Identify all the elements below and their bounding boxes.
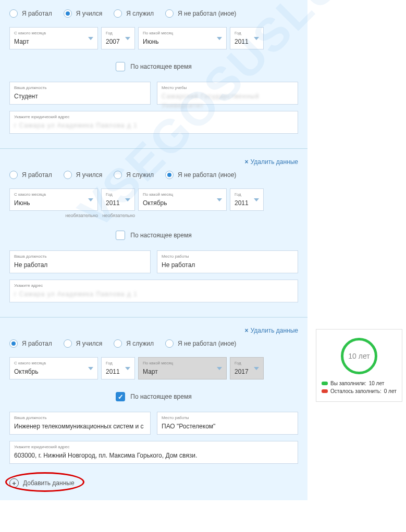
present-label: По настоящее время — [130, 232, 191, 239]
legend-value: 0 лет — [384, 388, 397, 394]
radio-label: Я не работал (иное) — [178, 10, 236, 17]
from-month-select[interactable]: С какого месяцаИюнь — [9, 188, 98, 211]
field-value: 2007 — [106, 38, 120, 45]
radio-served[interactable]: Я служил — [114, 171, 154, 179]
to-month-select-disabled: По какой месяцМарт — [138, 357, 227, 379]
radio-studied[interactable]: Я учился — [64, 339, 102, 348]
address-input[interactable]: Укажите адресг Самара ул Академика Павло… — [9, 280, 298, 302]
field-value: Март — [14, 38, 29, 45]
from-year-select[interactable]: Год2011 — [101, 357, 135, 379]
chevron-down-icon — [88, 367, 93, 370]
field-value: 603000, г. Нижний Новгород, пл. Максима … — [14, 452, 197, 459]
progress-sidebar: 10 лет Вы заполнили:10 лет Осталось запо… — [316, 329, 402, 402]
chevron-down-icon — [125, 198, 130, 201]
present-checkbox[interactable] — [116, 392, 125, 401]
present-checkbox[interactable] — [116, 231, 125, 240]
delete-button[interactable]: ×Удалить данные — [9, 158, 298, 166]
radio-studied[interactable]: Я учился — [64, 9, 102, 18]
position-input[interactable]: Ваша должностьНе работал — [9, 250, 151, 273]
add-data-button[interactable]: + Добавить данные — [9, 469, 298, 491]
study-place-input[interactable]: Место учебыСамарский Государственный Уни… — [157, 82, 298, 105]
radio-served[interactable]: Я служил — [114, 339, 154, 348]
field-label: Укажите юридический адрес — [14, 445, 293, 449]
from-year-select[interactable]: Год2007 — [101, 27, 135, 49]
helper-row: необязательно необязательно — [9, 213, 298, 218]
activity-radio-group: Я работал Я учился Я служил Я не работал… — [9, 339, 298, 348]
radio-icon — [64, 171, 72, 179]
legal-address-input[interactable]: Укажите юридический адрес603000, г. Нижн… — [9, 441, 298, 464]
chevron-down-icon — [125, 367, 130, 370]
position-input[interactable]: Ваша должностьИнженер телекоммуникационн… — [9, 412, 151, 435]
field-label: Ваша должность — [14, 415, 146, 420]
to-month-select[interactable]: По какой месяцИюнь — [138, 27, 227, 49]
legend-remaining: Осталось заполнить:0 лет — [322, 388, 397, 394]
chevron-down-icon — [217, 37, 222, 40]
activity-radio-group: Я работал Я учился Я служил Я не работал… — [9, 171, 298, 179]
field-value: Октябрь — [143, 199, 167, 207]
field-value: 2011 — [106, 199, 120, 207]
from-month-select[interactable]: С какого месяцаОктябрь — [9, 357, 98, 379]
to-month-select[interactable]: По какой месяцОктябрь — [138, 188, 227, 211]
radio-icon — [165, 339, 174, 348]
chevron-down-icon — [88, 37, 93, 40]
radio-label: Я служил — [126, 171, 154, 179]
present-label: По настоящее время — [130, 393, 191, 400]
radio-icon — [165, 9, 174, 18]
field-label: Место работы — [162, 254, 293, 259]
radio-icon — [114, 9, 122, 18]
field-label: Год — [235, 31, 259, 35]
radio-worked[interactable]: Я работал — [9, 9, 52, 18]
delete-button[interactable]: ×Удалить данные — [9, 327, 298, 334]
field-value: Июнь — [14, 199, 30, 207]
field-value: Не работал — [14, 261, 47, 269]
date-row: С какого месяцаИюнь Год2011 По какой мес… — [9, 188, 298, 211]
position-input[interactable]: Ваша должностьСтудент — [9, 82, 151, 105]
radio-worked[interactable]: Я работал — [9, 171, 52, 179]
work-place-input[interactable]: Место работыНе работал — [157, 250, 298, 273]
radio-studied[interactable]: Я учился — [64, 171, 102, 179]
field-label: По какой месяц — [143, 192, 222, 197]
chevron-down-icon — [125, 37, 130, 40]
field-value: Студент — [14, 93, 38, 100]
radio-label: Я работал — [22, 10, 52, 17]
radio-none[interactable]: Я не работал (иное) — [165, 339, 236, 348]
radio-icon — [9, 9, 18, 18]
field-value: Инженер телекоммуникационных систем и с — [14, 423, 144, 430]
to-year-select[interactable]: Год2011 — [230, 27, 264, 49]
radio-icon — [114, 171, 122, 179]
pill-red-icon — [322, 389, 328, 393]
radio-served[interactable]: Я служил — [114, 9, 154, 18]
field-label: Год — [106, 31, 130, 35]
radio-label: Я служил — [126, 10, 154, 17]
present-check-row: По настоящее время — [9, 62, 298, 71]
present-checkbox[interactable] — [116, 62, 125, 71]
from-year-select[interactable]: Год2011 — [101, 188, 135, 211]
field-value: 2011 — [106, 368, 120, 375]
legal-address-input[interactable]: Укажите юридический адресг Самара ул Ака… — [9, 111, 298, 134]
radio-worked[interactable]: Я работал — [9, 339, 52, 348]
date-row: С какого месяцаМарт Год2007 По какой мес… — [9, 27, 298, 49]
field-label: Место учебы — [162, 85, 293, 90]
helper-text: необязательно — [101, 213, 135, 218]
radio-none[interactable]: Я не работал (иное) — [165, 171, 236, 179]
radio-none[interactable]: Я не работал (иное) — [165, 9, 236, 18]
chevron-down-icon — [217, 367, 222, 370]
to-year-select[interactable]: Год2011 — [230, 188, 264, 211]
field-label: Год — [235, 192, 259, 197]
field-value-blurred: г Самара ул Академика Павлова д 1 — [14, 290, 138, 298]
delete-label: Удалить данные — [251, 158, 298, 166]
chevron-down-icon — [254, 198, 259, 201]
from-month-select[interactable]: С какого месяцаМарт — [9, 27, 98, 49]
field-label: Укажите юридический адрес — [14, 115, 293, 119]
legend-filled: Вы заполнили:10 лет — [322, 381, 397, 386]
work-place-input[interactable]: Место работыПАО "Ростелеком" — [157, 412, 298, 435]
chevron-down-icon — [88, 198, 93, 201]
field-label: Ваша должность — [14, 254, 146, 259]
chevron-down-icon — [254, 367, 259, 370]
field-label: С какого месяца — [14, 192, 93, 197]
field-label: Год — [106, 361, 130, 365]
field-label: Место работы — [162, 415, 293, 420]
radio-label: Я не работал (иное) — [178, 171, 236, 179]
field-value-blurred: Самарский Государственный Университет — [162, 93, 259, 109]
field-value: ПАО "Ростелеком" — [162, 423, 215, 430]
